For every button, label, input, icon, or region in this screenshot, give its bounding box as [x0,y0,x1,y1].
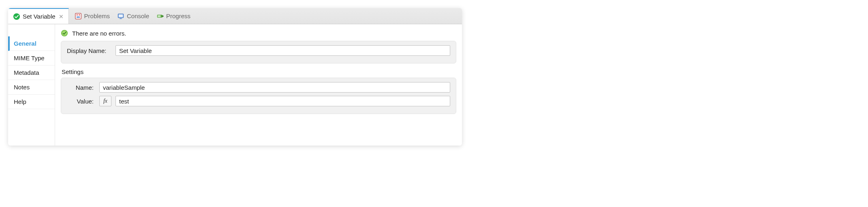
value-row: Value: fx [67,96,450,106]
status-bar: There are no errors. [61,28,456,41]
toolbar-tabs: Problems Console [69,8,196,24]
problems-icon [75,13,82,20]
sidebar-item-general[interactable]: General [8,36,55,51]
ok-status-icon [61,30,68,37]
tab-set-variable[interactable]: Set Variable ✕ [8,8,69,24]
value-label: Value: [67,98,95,105]
display-name-input[interactable] [115,45,450,56]
sidebar-item-notes[interactable]: Notes [8,80,55,95]
tab-console[interactable]: Console [117,13,149,20]
checkmark-circle-icon [13,13,20,20]
settings-panel: Name: Value: fx [61,78,456,114]
status-message: There are no errors. [72,30,126,37]
settings-title: Settings [62,68,455,75]
sidebar-item-label: General [14,40,36,47]
progress-icon [156,13,164,20]
tab-bar: Set Variable ✕ Problems [8,8,462,24]
svg-rect-7 [120,18,122,19]
name-label: Name: [67,84,95,91]
progress-label: Progress [166,13,190,19]
svg-rect-3 [79,14,80,15]
svg-rect-2 [77,14,78,15]
svg-rect-6 [119,14,123,17]
svg-rect-1 [75,13,81,19]
problems-label: Problems [84,13,110,19]
sidebar-item-help[interactable]: Help [8,95,55,109]
svg-point-11 [62,31,67,36]
editor-body: General MIME Type Metadata Notes Help [8,24,462,146]
sidebar-item-mime-type[interactable]: MIME Type [8,51,55,65]
display-name-panel: Display Name: [61,41,456,63]
fx-icon: fx [103,98,107,104]
display-name-row: Display Name: [67,45,450,56]
main-panel: There are no errors. Display Name: Setti… [55,24,462,146]
value-input[interactable] [115,96,450,106]
sidebar-item-label: Notes [14,84,30,91]
console-label: Console [127,13,149,19]
svg-rect-9 [158,15,160,17]
sidebar-item-metadata[interactable]: Metadata [8,65,55,80]
sidebar-item-label: Metadata [14,69,39,76]
sidebar: General MIME Type Metadata Notes Help [8,24,55,146]
close-icon[interactable]: ✕ [59,13,64,20]
sidebar-item-label: MIME Type [14,55,45,61]
editor-window: Set Variable ✕ Problems [8,8,462,146]
name-row: Name: [67,82,450,93]
display-name-label: Display Name: [67,47,111,54]
fx-button[interactable]: fx [99,96,111,106]
console-icon [117,13,124,20]
tab-progress[interactable]: Progress [156,13,190,20]
name-input[interactable] [99,82,450,93]
svg-rect-4 [77,16,80,17]
tab-problems[interactable]: Problems [75,13,110,20]
sidebar-item-label: Help [14,98,26,105]
tab-label: Set Variable [23,13,56,20]
